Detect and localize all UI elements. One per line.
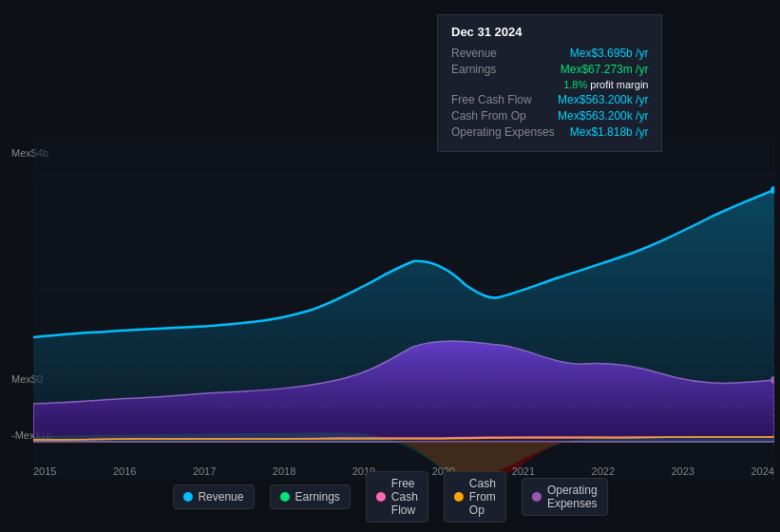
tooltip-row-revenue: Revenue Mex$3.695b /yr — [451, 47, 648, 60]
tooltip-profit-margin: 1.8% profit margin — [451, 79, 648, 90]
legend-item-opex[interactable]: Operating Expenses — [522, 478, 608, 516]
x-label-2024: 2024 — [751, 466, 773, 477]
legend-dot-cashfromop — [454, 492, 464, 502]
tooltip-value-revenue: Mex$3.695b /yr — [570, 47, 649, 60]
legend-item-fcf[interactable]: Free Cash Flow — [366, 471, 428, 522]
legend-label-revenue: Revenue — [198, 490, 243, 504]
profit-margin-text: 1.8% profit margin — [563, 79, 648, 90]
tooltip-panel: Dec 31 2024 Revenue Mex$3.695b /yr Earni… — [437, 14, 662, 152]
tooltip-label-earnings: Earnings — [451, 63, 496, 76]
tooltip-row-earnings: Earnings Mex$67.273m /yr — [451, 63, 648, 76]
legend-dot-opex — [532, 492, 542, 502]
tooltip-row-opex: Operating Expenses Mex$1.818b /yr — [451, 125, 648, 139]
tooltip-value-earnings: Mex$67.273m /yr — [561, 63, 649, 76]
legend-label-opex: Operating Expenses — [547, 484, 598, 510]
tooltip-value-cashfromop: Mex$563.200k /yr — [558, 109, 648, 123]
tooltip-value-opex: Mex$1.818b /yr — [570, 125, 649, 139]
chart-container: Dec 31 2024 Revenue Mex$3.695b /yr Earni… — [0, 0, 780, 532]
x-label-2016: 2016 — [113, 466, 136, 477]
legend-item-revenue[interactable]: Revenue — [172, 484, 254, 509]
legend-label-earnings: Earnings — [295, 490, 339, 504]
legend-label-fcf: Free Cash Flow — [391, 477, 418, 517]
x-label-2015: 2015 — [33, 466, 56, 477]
tooltip-label-opex: Operating Expenses — [451, 125, 555, 139]
tooltip-label-cashfromop: Cash From Op — [451, 109, 526, 123]
legend-item-cashfromop[interactable]: Cash From Op — [444, 471, 506, 522]
legend-item-earnings[interactable]: Earnings — [269, 484, 350, 509]
legend: Revenue Earnings Free Cash Flow Cash Fro… — [172, 471, 607, 522]
tooltip-row-cashfromop: Cash From Op Mex$563.200k /yr — [451, 109, 648, 123]
tooltip-date: Dec 31 2024 — [451, 25, 648, 39]
legend-dot-earnings — [279, 492, 289, 502]
chart-svg — [33, 138, 774, 480]
tooltip-value-fcf: Mex$563.200k /yr — [558, 93, 648, 106]
tooltip-label-fcf: Free Cash Flow — [451, 93, 532, 106]
tooltip-row-fcf: Free Cash Flow Mex$563.200k /yr — [451, 93, 648, 106]
legend-dot-fcf — [376, 492, 386, 502]
legend-dot-revenue — [182, 492, 192, 502]
tooltip-label-revenue: Revenue — [451, 47, 497, 60]
x-label-2023: 2023 — [672, 466, 694, 477]
legend-label-cashfromop: Cash From Op — [469, 477, 496, 517]
